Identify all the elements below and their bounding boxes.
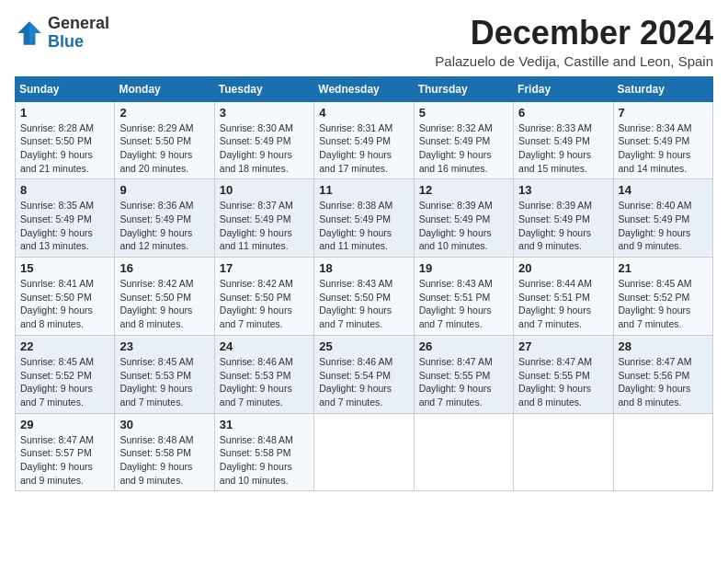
- day-number: 3: [220, 106, 309, 120]
- day-info: Sunrise: 8:45 AMSunset: 5:53 PMDaylight:…: [119, 356, 193, 408]
- day-number: 24: [220, 339, 309, 353]
- day-info: Sunrise: 8:45 AMSunset: 5:52 PMDaylight:…: [20, 356, 94, 408]
- calendar-cell: 24 Sunrise: 8:46 AMSunset: 5:53 PMDaylig…: [214, 335, 313, 413]
- header-thursday: Thursday: [414, 76, 513, 101]
- logo: General Blue: [15, 15, 109, 52]
- logo-blue-text: Blue: [48, 32, 84, 51]
- calendar-cell: 9 Sunrise: 8:36 AMSunset: 5:49 PMDayligh…: [115, 179, 214, 258]
- calendar-cell: 23 Sunrise: 8:45 AMSunset: 5:53 PMDaylig…: [115, 335, 214, 413]
- day-info: Sunrise: 8:48 AMSunset: 5:58 PMDaylight:…: [220, 434, 293, 486]
- calendar-cell: 26 Sunrise: 8:47 AMSunset: 5:55 PMDaylig…: [414, 335, 513, 413]
- day-number: 12: [419, 183, 508, 197]
- calendar-cell: 1 Sunrise: 8:28 AMSunset: 5:50 PMDayligh…: [16, 101, 115, 179]
- day-info: Sunrise: 8:47 AMSunset: 5:56 PMDaylight:…: [619, 356, 692, 408]
- day-info: Sunrise: 8:42 AMSunset: 5:50 PMDaylight:…: [119, 278, 193, 329]
- day-number: 29: [20, 418, 109, 431]
- calendar-cell: 6 Sunrise: 8:33 AMSunset: 5:49 PMDayligh…: [514, 101, 613, 179]
- calendar-cell: 22 Sunrise: 8:45 AMSunset: 5:52 PMDaylig…: [16, 335, 115, 413]
- calendar-cell: 16 Sunrise: 8:42 AMSunset: 5:50 PMDaylig…: [115, 258, 214, 336]
- calendar-table: Sunday Monday Tuesday Wednesday Thursday…: [15, 76, 713, 492]
- day-info: Sunrise: 8:46 AMSunset: 5:54 PMDaylight:…: [319, 356, 392, 408]
- day-number: 17: [220, 261, 309, 275]
- calendar-cell: [414, 413, 513, 491]
- day-info: Sunrise: 8:41 AMSunset: 5:50 PMDaylight:…: [20, 278, 94, 329]
- day-number: 18: [319, 261, 408, 275]
- day-info: Sunrise: 8:44 AMSunset: 5:51 PMDaylight:…: [518, 278, 592, 329]
- day-info: Sunrise: 8:40 AMSunset: 5:49 PMDaylight:…: [619, 200, 692, 251]
- day-info: Sunrise: 8:30 AMSunset: 5:49 PMDaylight:…: [220, 122, 293, 174]
- calendar-cell: 15 Sunrise: 8:41 AMSunset: 5:50 PMDaylig…: [16, 258, 115, 336]
- calendar-cell: [514, 413, 613, 491]
- calendar-cell: 25 Sunrise: 8:46 AMSunset: 5:54 PMDaylig…: [314, 335, 414, 413]
- day-number: 7: [619, 106, 708, 120]
- day-number: 6: [518, 106, 608, 120]
- day-number: 4: [319, 106, 408, 120]
- day-info: Sunrise: 8:31 AMSunset: 5:49 PMDaylight:…: [319, 122, 392, 174]
- day-number: 26: [419, 339, 508, 353]
- day-number: 30: [119, 418, 209, 431]
- day-info: Sunrise: 8:36 AMSunset: 5:49 PMDaylight:…: [119, 200, 193, 251]
- logo-general-text: General: [48, 14, 109, 32]
- calendar-cell: 2 Sunrise: 8:29 AMSunset: 5:50 PMDayligh…: [115, 101, 214, 179]
- day-info: Sunrise: 8:32 AMSunset: 5:49 PMDaylight:…: [419, 122, 493, 174]
- calendar-cell: 19 Sunrise: 8:43 AMSunset: 5:51 PMDaylig…: [414, 258, 513, 336]
- calendar-cell: 31 Sunrise: 8:48 AMSunset: 5:58 PMDaylig…: [214, 413, 313, 491]
- svg-marker-1: [29, 21, 41, 45]
- weekday-header-row: Sunday Monday Tuesday Wednesday Thursday…: [16, 76, 713, 101]
- day-number: 19: [419, 261, 508, 275]
- calendar-cell: 7 Sunrise: 8:34 AMSunset: 5:49 PMDayligh…: [613, 101, 712, 179]
- day-number: 2: [119, 106, 209, 120]
- day-number: 13: [518, 183, 608, 197]
- day-info: Sunrise: 8:34 AMSunset: 5:49 PMDaylight:…: [619, 122, 692, 174]
- day-number: 10: [220, 183, 309, 197]
- day-info: Sunrise: 8:28 AMSunset: 5:50 PMDaylight:…: [20, 122, 94, 174]
- day-number: 25: [319, 339, 408, 353]
- day-info: Sunrise: 8:29 AMSunset: 5:50 PMDaylight:…: [119, 122, 193, 174]
- calendar-cell: 27 Sunrise: 8:47 AMSunset: 5:55 PMDaylig…: [514, 335, 613, 413]
- day-info: Sunrise: 8:48 AMSunset: 5:58 PMDaylight:…: [119, 434, 193, 486]
- calendar-cell: 17 Sunrise: 8:42 AMSunset: 5:50 PMDaylig…: [214, 258, 313, 336]
- calendar-row: 22 Sunrise: 8:45 AMSunset: 5:52 PMDaylig…: [16, 335, 713, 413]
- day-number: 11: [319, 183, 408, 197]
- calendar-cell: 30 Sunrise: 8:48 AMSunset: 5:58 PMDaylig…: [115, 413, 214, 491]
- day-info: Sunrise: 8:33 AMSunset: 5:49 PMDaylight:…: [518, 122, 592, 174]
- calendar-cell: [613, 413, 712, 491]
- calendar-cell: 11 Sunrise: 8:38 AMSunset: 5:49 PMDaylig…: [314, 179, 414, 258]
- calendar-cell: [314, 413, 414, 491]
- day-number: 20: [518, 261, 608, 275]
- day-number: 27: [518, 339, 608, 353]
- day-info: Sunrise: 8:46 AMSunset: 5:53 PMDaylight:…: [220, 356, 293, 408]
- day-number: 21: [619, 261, 708, 275]
- calendar-cell: 14 Sunrise: 8:40 AMSunset: 5:49 PMDaylig…: [613, 179, 712, 258]
- calendar-cell: 29 Sunrise: 8:47 AMSunset: 5:57 PMDaylig…: [16, 413, 115, 491]
- day-number: 1: [20, 106, 109, 120]
- calendar-cell: 12 Sunrise: 8:39 AMSunset: 5:49 PMDaylig…: [414, 179, 513, 258]
- day-info: Sunrise: 8:39 AMSunset: 5:49 PMDaylight:…: [518, 200, 592, 251]
- calendar-row: 1 Sunrise: 8:28 AMSunset: 5:50 PMDayligh…: [16, 101, 713, 179]
- day-info: Sunrise: 8:42 AMSunset: 5:50 PMDaylight:…: [220, 278, 293, 329]
- day-number: 9: [119, 183, 209, 197]
- calendar-cell: 20 Sunrise: 8:44 AMSunset: 5:51 PMDaylig…: [514, 258, 613, 336]
- day-info: Sunrise: 8:38 AMSunset: 5:49 PMDaylight:…: [319, 200, 392, 251]
- title-block: December 2024 Palazuelo de Vedija, Casti…: [435, 15, 713, 69]
- location-text: Palazuelo de Vedija, Castille and Leon, …: [435, 53, 713, 69]
- calendar-cell: 8 Sunrise: 8:35 AMSunset: 5:49 PMDayligh…: [16, 179, 115, 258]
- day-number: 8: [20, 183, 109, 197]
- month-title: December 2024: [435, 15, 713, 52]
- day-info: Sunrise: 8:47 AMSunset: 5:55 PMDaylight:…: [518, 356, 592, 408]
- calendar-cell: 10 Sunrise: 8:37 AMSunset: 5:49 PMDaylig…: [214, 179, 313, 258]
- page-header: General Blue December 2024 Palazuelo de …: [15, 15, 713, 69]
- day-info: Sunrise: 8:37 AMSunset: 5:49 PMDaylight:…: [220, 200, 293, 251]
- day-info: Sunrise: 8:47 AMSunset: 5:55 PMDaylight:…: [419, 356, 493, 408]
- logo-icon: [15, 18, 44, 48]
- header-friday: Friday: [514, 76, 613, 101]
- day-info: Sunrise: 8:39 AMSunset: 5:49 PMDaylight:…: [419, 200, 493, 251]
- header-sunday: Sunday: [16, 76, 115, 101]
- logo-text: General Blue: [48, 15, 109, 52]
- calendar-cell: 3 Sunrise: 8:30 AMSunset: 5:49 PMDayligh…: [214, 101, 313, 179]
- header-tuesday: Tuesday: [214, 76, 313, 101]
- calendar-cell: 18 Sunrise: 8:43 AMSunset: 5:50 PMDaylig…: [314, 258, 414, 336]
- day-info: Sunrise: 8:43 AMSunset: 5:50 PMDaylight:…: [319, 278, 392, 329]
- day-number: 31: [220, 418, 309, 431]
- calendar-row: 15 Sunrise: 8:41 AMSunset: 5:50 PMDaylig…: [16, 258, 713, 336]
